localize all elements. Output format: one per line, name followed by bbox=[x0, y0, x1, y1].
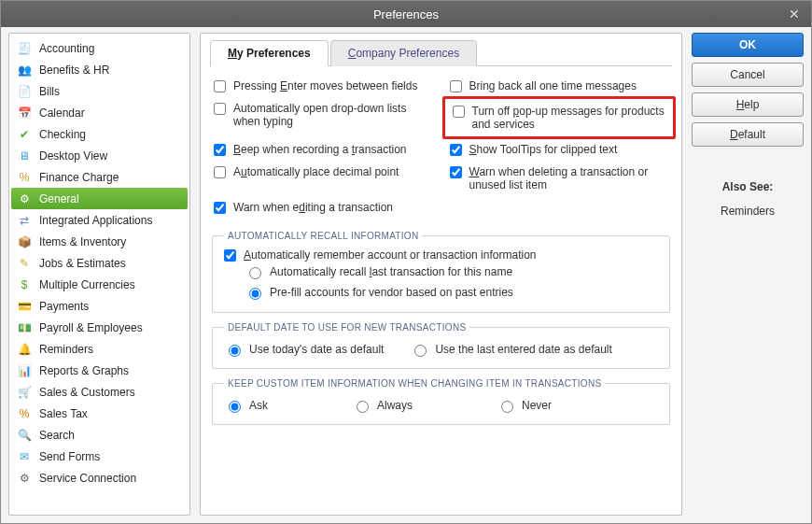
checkbox-auto-remember[interactable] bbox=[224, 249, 236, 262]
cancel-button[interactable]: Cancel bbox=[692, 63, 804, 87]
sidebar-item-label: Sales Tax bbox=[39, 407, 88, 420]
sidebar-icon: ⚙ bbox=[17, 191, 32, 206]
sidebar-item-checking[interactable]: ✔Checking bbox=[11, 123, 188, 145]
default-button[interactable]: Default bbox=[692, 122, 804, 147]
sidebar-icon: 📅 bbox=[17, 106, 32, 120]
label-auto-decimal[interactable]: Automatically place decimal point bbox=[233, 165, 399, 178]
label-default-date-today[interactable]: Use today's date as default bbox=[249, 343, 384, 356]
group-default-date-legend: DEFAULT DATE TO USE FOR NEW TRANSACTIONS bbox=[224, 322, 469, 333]
sidebar-item-desktop-view[interactable]: 🖥Desktop View bbox=[11, 145, 188, 166]
recall-option-prefill[interactable]: Pre-fill accounts for vendor based on pa… bbox=[224, 282, 658, 303]
sidebar-item-accounting[interactable]: 🧾Accounting bbox=[11, 37, 188, 59]
chk-turn-off-popup[interactable]: Turn off pop-up messages for products an… bbox=[442, 96, 677, 139]
label-keep-custom-ask[interactable]: Ask bbox=[249, 399, 268, 412]
sidebar-item-label: General bbox=[39, 192, 79, 205]
radio-keep-custom-never[interactable] bbox=[501, 401, 513, 413]
chk-beep[interactable]: Beep when recording a transaction bbox=[214, 143, 433, 156]
checkbox-warn-delete[interactable] bbox=[450, 166, 462, 178]
label-auto-remember[interactable]: Automatically remember account or transa… bbox=[244, 248, 536, 262]
chk-auto-dropdown[interactable]: Automatically open drop-down lists when … bbox=[214, 102, 433, 134]
radio-recall-last[interactable] bbox=[249, 267, 261, 279]
sidebar-item-service-connection[interactable]: ⚙Service Connection bbox=[11, 467, 188, 489]
sidebar-icon: 🔔 bbox=[17, 342, 32, 357]
label-bring-back[interactable]: Bring back all one time messages bbox=[469, 79, 637, 92]
sidebar-item-general[interactable]: ⚙General bbox=[11, 188, 188, 209]
close-icon[interactable]: ✕ bbox=[785, 5, 804, 23]
sidebar-item-bills[interactable]: 📄Bills bbox=[11, 80, 188, 102]
sidebar-item-label: Payroll & Employees bbox=[39, 321, 143, 334]
chk-warn-edit[interactable]: Warn when editing a transaction bbox=[214, 201, 433, 214]
tab-company-preferences[interactable]: Company Preferences bbox=[330, 40, 477, 66]
sidebar-item-calendar[interactable]: 📅Calendar bbox=[11, 102, 188, 123]
sidebar-item-finance-charge[interactable]: %Finance Charge bbox=[11, 166, 188, 188]
label-recall-prefill[interactable]: Pre-fill accounts for vendor based on pa… bbox=[270, 286, 513, 299]
label-enter-moves[interactable]: Pressing Enter moves between fields bbox=[233, 79, 417, 92]
keep-custom-ask[interactable]: Ask bbox=[224, 398, 268, 413]
sidebar-item-search[interactable]: 🔍Search bbox=[11, 424, 188, 446]
default-date-last[interactable]: Use the last entered date as default bbox=[410, 342, 611, 357]
checkbox-auto-dropdown[interactable] bbox=[214, 103, 226, 115]
chk-warn-delete[interactable]: Warn when deleting a transaction or unus… bbox=[450, 165, 669, 191]
radio-recall-prefill[interactable] bbox=[249, 288, 261, 300]
label-tooltips[interactable]: Show ToolTips for clipped text bbox=[469, 143, 618, 156]
chk-bring-back[interactable]: Bring back all one time messages bbox=[450, 79, 669, 92]
label-keep-custom-always[interactable]: Always bbox=[377, 399, 413, 412]
sidebar-icon: ✉ bbox=[17, 449, 32, 464]
checkbox-tooltips[interactable] bbox=[450, 144, 462, 156]
label-keep-custom-never[interactable]: Never bbox=[522, 399, 552, 412]
recall-option-last[interactable]: Automatically recall last transaction fo… bbox=[224, 262, 658, 282]
checkbox-turn-off-popup[interactable] bbox=[453, 106, 465, 118]
radio-keep-custom-ask[interactable] bbox=[229, 401, 241, 413]
titlebar: Preferences ✕ bbox=[1, 1, 811, 27]
ok-button[interactable]: OK bbox=[692, 33, 804, 57]
keep-custom-never[interactable]: Never bbox=[497, 398, 552, 413]
sidebar-icon: 📊 bbox=[17, 363, 32, 378]
sidebar-item-label: Finance Charge bbox=[39, 171, 119, 184]
label-warn-delete[interactable]: Warn when deleting a transaction or unus… bbox=[469, 165, 669, 191]
default-date-today[interactable]: Use today's date as default bbox=[224, 342, 384, 357]
preferences-window: Preferences ✕ 🧾Accounting👥Benefits & HR📄… bbox=[0, 0, 812, 524]
sidebar-item-label: Desktop View bbox=[39, 149, 107, 163]
sidebar-item-jobs-estimates[interactable]: ✎Jobs & Estimates bbox=[11, 252, 188, 274]
sidebar-icon: % bbox=[17, 406, 32, 421]
category-sidebar[interactable]: 🧾Accounting👥Benefits & HR📄Bills📅Calendar… bbox=[8, 33, 190, 516]
sidebar-icon: 📄 bbox=[17, 84, 32, 99]
sidebar-item-payments[interactable]: 💳Payments bbox=[11, 295, 188, 317]
chk-tooltips[interactable]: Show ToolTips for clipped text bbox=[450, 143, 669, 156]
checkbox-warn-edit[interactable] bbox=[214, 202, 226, 214]
sidebar-item-payroll-employees[interactable]: 💵Payroll & Employees bbox=[11, 317, 188, 338]
sidebar-item-reminders[interactable]: 🔔Reminders bbox=[11, 338, 188, 360]
radio-default-date-last[interactable] bbox=[414, 345, 427, 357]
sidebar-icon: ⇄ bbox=[17, 213, 32, 228]
label-default-date-last[interactable]: Use the last entered date as default bbox=[435, 343, 611, 356]
checkbox-beep[interactable] bbox=[214, 144, 226, 156]
keep-custom-always[interactable]: Always bbox=[352, 398, 413, 413]
checkbox-bring-back[interactable] bbox=[450, 80, 462, 92]
label-auto-dropdown[interactable]: Automatically open drop-down lists when … bbox=[233, 102, 433, 128]
label-recall-last[interactable]: Automatically recall last transaction fo… bbox=[270, 265, 512, 278]
sidebar-item-items-inventory[interactable]: 📦Items & Inventory bbox=[11, 231, 188, 252]
sidebar-item-reports-graphs[interactable]: 📊Reports & Graphs bbox=[11, 360, 188, 381]
chk-auto-decimal[interactable]: Automatically place decimal point bbox=[214, 165, 433, 191]
radio-keep-custom-always[interactable] bbox=[357, 401, 369, 413]
radio-default-date-today[interactable] bbox=[229, 345, 241, 357]
checkbox-auto-decimal[interactable] bbox=[214, 166, 226, 178]
help-button[interactable]: Help bbox=[692, 92, 804, 117]
also-see-heading: Also See: bbox=[692, 180, 804, 193]
sidebar-item-benefits-hr[interactable]: 👥Benefits & HR bbox=[11, 59, 188, 80]
checkbox-enter-moves[interactable] bbox=[214, 80, 226, 92]
chk-enter-moves[interactable]: Pressing Enter moves between fields bbox=[214, 79, 433, 92]
label-turn-off-popup[interactable]: Turn off pop-up messages for products an… bbox=[472, 105, 666, 131]
sidebar-item-integrated-applications[interactable]: ⇄Integrated Applications bbox=[11, 209, 188, 231]
sidebar-item-sales-tax[interactable]: %Sales Tax bbox=[11, 403, 188, 424]
sidebar-item-multiple-currencies[interactable]: $Multiple Currencies bbox=[11, 274, 188, 295]
label-beep[interactable]: Beep when recording a transaction bbox=[233, 143, 406, 156]
sidebar-item-sales-customers[interactable]: 🛒Sales & Customers bbox=[11, 381, 188, 403]
label-warn-edit[interactable]: Warn when editing a transaction bbox=[233, 201, 393, 214]
button-column: OK Cancel Help Default Also See: Reminde… bbox=[692, 33, 804, 516]
sidebar-item-send-forms[interactable]: ✉Send Forms bbox=[11, 446, 188, 467]
sidebar-item-label: Reminders bbox=[39, 343, 93, 356]
sidebar-item-label: Service Connection bbox=[39, 472, 136, 485]
chk-auto-remember[interactable]: Automatically remember account or transa… bbox=[224, 248, 658, 262]
tab-my-preferences[interactable]: My Preferences bbox=[210, 40, 329, 66]
